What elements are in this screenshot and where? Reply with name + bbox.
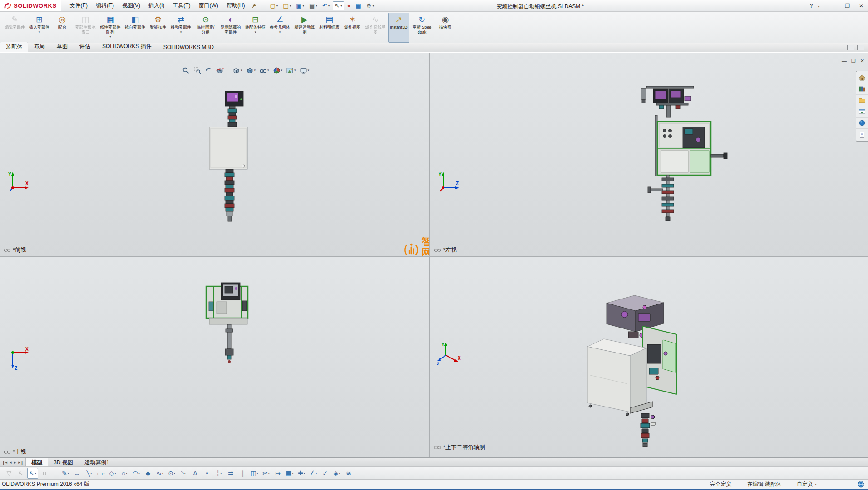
save-button[interactable]: ▣ ▾ <box>294 1 306 10</box>
command-tab[interactable]: 草图 <box>51 41 74 52</box>
help-button[interactable]: ? ▾ <box>806 2 824 10</box>
linear-sketch-pattern-button[interactable]: ▦ ▾ <box>284 468 295 479</box>
polygon-button[interactable]: ◆ ▾ <box>143 468 153 479</box>
offset-entities-button[interactable]: ∥ ▾ <box>237 468 248 479</box>
custom-properties-icon[interactable] <box>856 129 868 140</box>
assembly-features-button[interactable]: ⊟ 装配体特征 ▾ <box>243 13 267 43</box>
edit-appearance-icon[interactable]: ▾ <box>271 65 284 75</box>
new-document-button[interactable]: ▢ ▾ <box>268 1 280 10</box>
convert-entities-button[interactable]: ⇉ ▾ <box>225 468 236 479</box>
rapid-sketch-button[interactable]: ≋ ▾ <box>343 468 354 479</box>
insert-components-button[interactable]: ⊞ 插入零部件 ▾ <box>27 13 51 43</box>
selection-filter-button[interactable]: ▽ ▾ <box>4 468 15 479</box>
viewport-front[interactable]: ▾ ▾ ▾ ▾ ▾ <box>0 53 429 256</box>
explode-line-sketch-button[interactable]: ∿ 爆炸直线草图 ▾ <box>363 13 388 43</box>
document-restore-button[interactable]: ❐ <box>851 58 856 64</box>
previous-view-icon[interactable] <box>203 65 214 75</box>
point-button[interactable]: • ▾ <box>202 468 212 479</box>
command-tab[interactable]: 装配体 <box>0 42 28 52</box>
appearances-scenes-icon[interactable] <box>856 118 868 129</box>
design-library-icon[interactable] <box>856 83 868 95</box>
rebuild-button[interactable]: ● ▾ <box>345 1 353 10</box>
smart-fasteners-button[interactable]: ⚙ 智能扣件 ▾ <box>148 13 168 43</box>
display-style-icon[interactable]: ▾ <box>245 65 257 75</box>
move-component-button[interactable]: ⇄ 移动零部件 ▾ <box>169 13 193 43</box>
component-preview-window-button[interactable]: ◫ 零部件预览窗口 ▾ <box>73 13 98 43</box>
menu-item[interactable]: 插入(I) <box>144 0 168 11</box>
menu-item[interactable]: 文件(F) <box>66 0 92 11</box>
menu-item[interactable]: 窗口(W) <box>195 0 222 11</box>
document-close-button[interactable]: ✕ <box>860 58 864 64</box>
rectangle-button[interactable]: ▭ ▾ <box>95 468 106 479</box>
close-button[interactable]: ✕ <box>857 2 865 10</box>
options-button[interactable]: ⚙ ▾ <box>365 1 376 10</box>
dock-left-icon[interactable] <box>847 45 854 50</box>
viewport-left[interactable]: — ❐ ✕ Y Z *左视 <box>430 53 868 256</box>
command-tab[interactable]: SOLIDWORKS MBD <box>158 43 220 52</box>
zoom-to-area-icon[interactable] <box>192 65 202 75</box>
mate-button[interactable]: ◎ 配合 ▾ <box>52 13 73 43</box>
select-tool-button[interactable]: ↖ ▾ <box>333 1 344 10</box>
spline-button[interactable]: ∿ ▾ <box>154 468 165 479</box>
scroll-tabs-last-icon[interactable]: ▸❙ <box>18 460 24 465</box>
new-motion-study-button[interactable]: ▶ 新建运动算例 ▾ <box>292 13 317 43</box>
temporary-fix-group-button[interactable]: ⊙ 临时固定/分组 ▾ <box>193 13 218 43</box>
hide-show-items-icon[interactable]: ▾ <box>258 65 271 75</box>
take-snapshot-button[interactable]: ◉ 拍快照 ▾ <box>435 13 456 43</box>
circle-button[interactable]: ○ ▾ <box>119 468 130 479</box>
model-tab[interactable]: 模型 <box>26 458 48 466</box>
mirror-entities-button[interactable]: ◫ ▾ <box>249 468 260 479</box>
reference-geometry-button[interactable]: ∠ 参考几何体 ▾ <box>268 13 292 43</box>
text-button[interactable]: A ▾ <box>190 468 201 479</box>
zoom-to-fit-icon[interactable] <box>181 65 191 75</box>
repair-sketch-button[interactable]: ✓ ▾ <box>320 468 330 479</box>
viewport-top[interactable]: X Z *上视 <box>0 257 429 458</box>
mirror-components-button[interactable]: ◧ 镜向零部件 ▾ <box>123 13 147 43</box>
undo-button[interactable]: ↶ ▾ <box>321 1 331 10</box>
line-button[interactable]: ╲ ▾ <box>84 468 94 479</box>
show-hidden-components-button[interactable]: ◐ 显示隐藏的零部件 ▾ <box>218 13 243 43</box>
solidworks-resources-icon[interactable] <box>856 72 868 83</box>
scroll-tabs-first-icon[interactable]: ❙◂ <box>2 460 7 465</box>
view-palette-icon[interactable] <box>856 106 868 118</box>
centerline-button[interactable]: ╎ ▾ <box>213 468 224 479</box>
maximize-button[interactable]: ❐ <box>843 2 852 10</box>
view-settings-icon[interactable]: ▾ <box>298 65 311 75</box>
select-cursor-button[interactable]: ↖ ▾ <box>15 468 26 479</box>
move-entities-button[interactable]: ✚ ▾ <box>296 468 307 479</box>
exploded-view-button[interactable]: ✶ 爆炸视图 ▾ <box>342 13 363 43</box>
ellipse-button[interactable]: ⊙ ▾ <box>166 468 177 479</box>
magnetic-lines-button[interactable]: ∪ ▾ <box>39 468 50 479</box>
update-speedpak-button[interactable]: ↻ 更新 Speedpak ▾ <box>410 13 434 43</box>
file-explorer-icon[interactable] <box>856 95 868 106</box>
scroll-tabs-previous-icon[interactable]: ◂ <box>10 460 12 465</box>
open-button[interactable]: ◰ ▾ <box>281 1 293 10</box>
instant3d-button[interactable]: ↗ Instant3D ▾ <box>388 13 409 43</box>
smart-dimension-button[interactable]: ↔ ▾ <box>72 468 83 479</box>
menu-item[interactable]: 视图(V) <box>118 0 144 11</box>
quick-snaps-button[interactable]: ◈ ▾ <box>331 468 342 479</box>
command-tab[interactable]: 布局 <box>28 41 51 52</box>
linear-component-pattern-button[interactable]: ▦ 线性零部件阵列 ▾ <box>98 13 123 43</box>
display-relations-button[interactable]: ∠ ▾ <box>308 468 319 479</box>
extend-entities-button[interactable]: ↦ ▾ <box>272 468 283 479</box>
menu-item[interactable]: 帮助(H) <box>222 0 249 11</box>
minimize-button[interactable]: — <box>829 2 838 10</box>
apply-scene-icon[interactable]: ▾ <box>285 65 297 75</box>
menu-item[interactable]: 工具(T) <box>168 0 194 11</box>
slot-button[interactable]: ◇ ▾ <box>107 468 118 479</box>
bill-of-materials-button[interactable]: ▤ 材料明细表 ▾ <box>317 13 341 43</box>
command-tab[interactable]: SOLIDWORKS 插件 <box>96 41 158 52</box>
viewport-isometric[interactable]: Y X Z *上下二等角轴测 <box>430 257 868 458</box>
unit-system-dropdown[interactable]: 自定义 <box>797 480 817 488</box>
fillet-button[interactable]: ◝ ▾ <box>178 468 189 479</box>
arc-button[interactable]: ◠ ▾ <box>131 468 142 479</box>
print-button[interactable]: ▤ ▾ <box>307 1 319 10</box>
model-tab[interactable]: 3D 视图 <box>48 458 79 466</box>
select-tool-button[interactable]: ↖ ▾ <box>27 468 38 479</box>
section-view-icon[interactable] <box>215 65 225 75</box>
command-tab[interactable]: 评估 <box>74 41 96 52</box>
pushpin-icon[interactable] <box>251 3 256 9</box>
edit-color-button[interactable]: ▦ ▾ <box>354 1 363 10</box>
model-tab[interactable]: 运动算例1 <box>79 458 115 466</box>
